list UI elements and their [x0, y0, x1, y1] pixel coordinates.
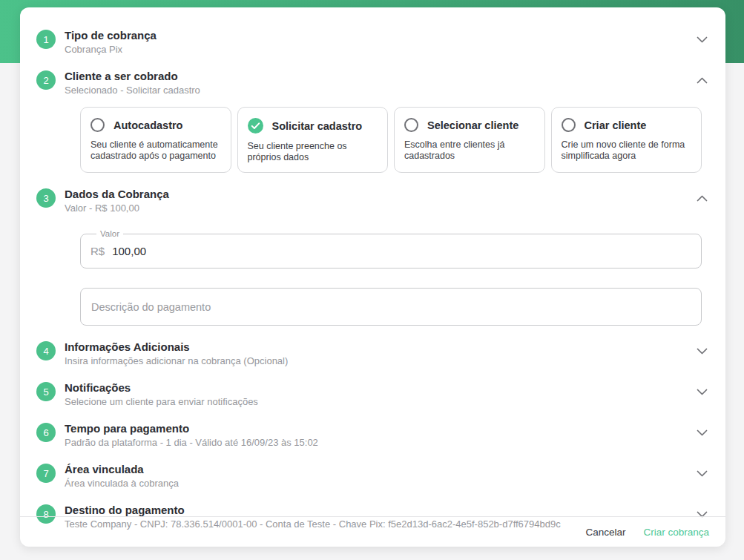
step-cliente-a-ser-cobrado: 2 Cliente a ser cobrado Selecionado - So…	[36, 70, 711, 173]
chevron-down-icon[interactable]	[694, 387, 711, 397]
step-subtitle: Valor - R$ 100,00	[65, 202, 169, 214]
step-area-vinculada: 7 Área vinculada Área vinculada à cobran…	[36, 463, 711, 489]
step-subtitle: Cobrança Pix	[65, 44, 157, 55]
step-notificacoes: 5 Notificações Selecione um cliente para…	[36, 381, 711, 407]
descricao-input[interactable]	[80, 288, 702, 326]
valor-field-label: Valor	[96, 229, 123, 238]
create-charge-modal: 1 Tipo de cobrança Cobrança Pix 2 Client…	[20, 7, 725, 547]
option-title: Autocadastro	[113, 119, 182, 131]
chevron-down-icon[interactable]	[694, 428, 711, 438]
option-description: Seu cliente preenche os próprios dados	[248, 141, 378, 163]
step-tipo-de-cobranca-header[interactable]: 1 Tipo de cobrança Cobrança Pix	[36, 29, 711, 55]
client-option-criar-cliente[interactable]: Criar cliente Crie um novo cliente de fo…	[551, 107, 702, 173]
step-tempo-header[interactable]: 6 Tempo para pagamento Padrão da platafo…	[36, 422, 711, 448]
client-option-solicitar-cadastro[interactable]: Solicitar cadastro Seu cliente preenche …	[237, 107, 389, 173]
option-description: Seu cliente é automaticamente cadastrado…	[90, 139, 221, 162]
check-circle-icon	[248, 118, 263, 134]
step-subtitle: Selecionado - Solicitar cadastro	[65, 85, 200, 96]
step-number-badge: 5	[36, 382, 56, 401]
step-tempo-para-pagamento: 6 Tempo para pagamento Padrão da platafo…	[36, 422, 711, 448]
valor-input[interactable]	[112, 245, 691, 257]
step-dados-da-cobranca: 3 Dados da Cobrança Valor - R$ 100,00 Va…	[36, 188, 711, 326]
option-title: Selecionar cliente	[427, 119, 519, 131]
cancel-button[interactable]: Cancelar	[576, 521, 634, 544]
chevron-up-icon[interactable]	[694, 194, 711, 203]
step-number-badge: 7	[36, 464, 56, 483]
create-charge-button[interactable]: Criar cobrança	[634, 521, 718, 544]
step-area-header[interactable]: 7 Área vinculada Área vinculada à cobran…	[36, 463, 711, 489]
step-informacoes-header[interactable]: 4 Informações Adicionais Insira informaç…	[36, 340, 711, 366]
modal-footer: Cancelar Criar cobrança	[20, 516, 725, 547]
step-title: Notificações	[65, 381, 258, 394]
step-number-badge: 6	[36, 423, 56, 442]
step-number-badge: 3	[36, 188, 56, 208]
step-notificacoes-header[interactable]: 5 Notificações Selecione um cliente para…	[36, 381, 711, 407]
step-cliente-header[interactable]: 2 Cliente a ser cobrado Selecionado - So…	[36, 70, 711, 96]
step-subtitle: Área vinculada à cobrança	[65, 478, 179, 489]
option-title: Solicitar cadastro	[272, 120, 363, 132]
step-title: Informações Adicionais	[65, 340, 288, 353]
option-title: Criar cliente	[585, 119, 647, 131]
step-number-badge: 4	[36, 341, 56, 360]
step-title: Dados da Cobrança	[65, 188, 169, 200]
option-description: Escolha entre clientes já cadastrados	[404, 139, 535, 162]
step-subtitle: Padrão da plataforma - 1 dia - Válido at…	[65, 437, 318, 448]
chevron-down-icon[interactable]	[694, 35, 711, 45]
steps-list: 1 Tipo de cobrança Cobrança Pix 2 Client…	[20, 7, 725, 530]
step-title: Tipo de cobrança	[65, 29, 157, 42]
step-title: Destino do pagamento	[65, 504, 561, 516]
step-title: Área vinculada	[65, 463, 179, 475]
option-description: Crie um novo cliente de forma simplifica…	[562, 139, 692, 162]
valor-field-group: Valor R$	[80, 229, 702, 269]
step-title: Cliente a ser cobrado	[65, 70, 200, 82]
radio-unselected-icon[interactable]	[404, 118, 418, 132]
step-number-badge: 2	[36, 70, 56, 90]
client-option-autocadastro[interactable]: Autocadastro Seu cliente é automaticamen…	[80, 107, 231, 173]
step-dados-header[interactable]: 3 Dados da Cobrança Valor - R$ 100,00	[36, 188, 711, 214]
radio-unselected-icon[interactable]	[90, 118, 105, 132]
step-title: Tempo para pagamento	[65, 422, 318, 435]
step-tipo-de-cobranca: 1 Tipo de cobrança Cobrança Pix	[36, 29, 711, 55]
step-subtitle: Selecione um cliente para enviar notific…	[65, 396, 258, 407]
radio-unselected-icon[interactable]	[562, 118, 576, 132]
chevron-down-icon[interactable]	[694, 469, 711, 478]
charge-fields: Valor R$	[80, 229, 702, 326]
step-number-badge: 1	[36, 30, 56, 49]
step-subtitle: Insira informações adicionar na cobrança…	[65, 355, 288, 366]
currency-prefix: R$	[90, 245, 105, 257]
client-option-selecionar-cliente[interactable]: Selecionar cliente Escolha entre cliente…	[394, 107, 545, 173]
client-options-row: Autocadastro Seu cliente é automaticamen…	[80, 107, 702, 173]
chevron-up-icon[interactable]	[694, 76, 711, 85]
step-informacoes-adicionais: 4 Informações Adicionais Insira informaç…	[36, 340, 711, 366]
chevron-down-icon[interactable]	[694, 346, 711, 356]
